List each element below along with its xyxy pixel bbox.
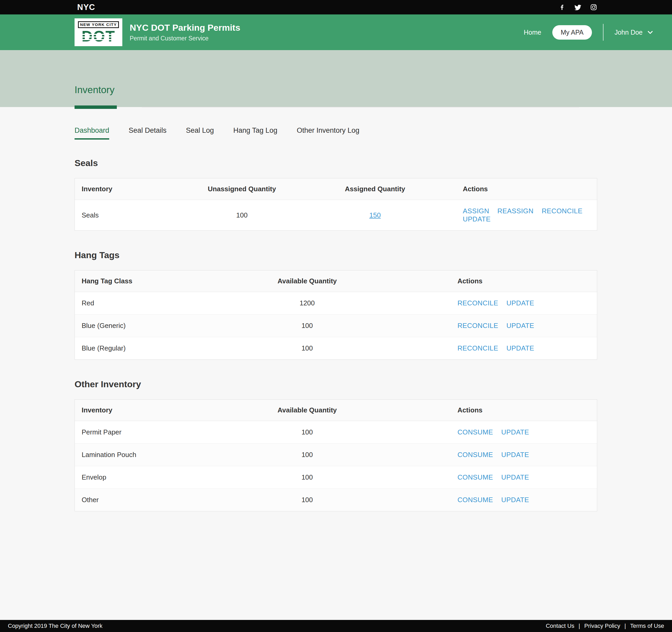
hang-tag-qty: 100 — [190, 337, 425, 360]
update-action[interactable]: UPDATE — [501, 451, 529, 459]
other-inventory-heading: Other Inventory — [75, 379, 597, 389]
nav-my-apa-button[interactable]: My APA — [552, 25, 592, 40]
table-row: Seals 100 150 ASSIGN REASSIGN RECONCILE … — [75, 200, 597, 231]
table-row: Lamination Pouch 100 CONSUME UPDATE — [75, 444, 597, 466]
tab-bar: Dashboard Seal Details Seal Log Hang Tag… — [75, 126, 597, 140]
seals-header-row: Inventory Unassigned Quantity Assigned Q… — [75, 178, 597, 200]
consume-action[interactable]: CONSUME — [458, 473, 493, 481]
hang-tags-header-row: Hang Tag Class Available Quantity Action… — [75, 271, 597, 292]
hang-tags-table: Hang Tag Class Available Quantity Action… — [75, 270, 597, 360]
hang-tag-name: Red — [75, 292, 190, 314]
col-inventory: Inventory — [75, 178, 190, 200]
col-actions: Actions — [425, 400, 597, 421]
seal-unassigned-qty: 100 — [190, 200, 294, 231]
hang-tag-qty: 100 — [190, 314, 425, 337]
update-action[interactable]: UPDATE — [506, 344, 534, 352]
col-available-quantity: Available Quantity — [190, 271, 425, 292]
inventory-qty: 100 — [190, 489, 425, 511]
page-title: Inventory — [75, 84, 115, 96]
inventory-qty: 100 — [190, 421, 425, 444]
app-header: NEW YORK CITY DOT NYC DOT Parking Permit… — [0, 15, 672, 50]
table-row: Envelop 100 CONSUME UPDATE — [75, 466, 597, 489]
header-title-block: NYC DOT Parking Permits Permit and Custo… — [130, 23, 240, 42]
page-banner: Inventory — [0, 50, 672, 107]
inventory-name: Permit Paper — [75, 421, 190, 444]
hang-tags-heading: Hang Tags — [75, 250, 597, 260]
facebook-icon[interactable] — [559, 4, 566, 11]
footer-links: Contact Us | Privacy Policy | Terms of U… — [546, 623, 664, 629]
consume-action[interactable]: CONSUME — [458, 451, 493, 459]
inventory-name: Lamination Pouch — [75, 444, 190, 466]
seal-name: Seals — [75, 200, 190, 231]
col-inventory: Inventory — [75, 400, 190, 421]
reassign-action[interactable]: REASSIGN — [498, 207, 534, 215]
hang-tag-qty: 1200 — [190, 292, 425, 314]
app-subtitle: Permit and Customer Service — [130, 35, 240, 42]
assign-action[interactable]: ASSIGN — [463, 207, 489, 215]
assigned-quantity-link[interactable]: 150 — [369, 211, 381, 219]
tab-dashboard[interactable]: Dashboard — [75, 126, 109, 140]
footer-separator: | — [624, 623, 626, 629]
consume-action[interactable]: CONSUME — [458, 428, 493, 436]
table-row: Other 100 CONSUME UPDATE — [75, 489, 597, 511]
update-action[interactable]: UPDATE — [501, 496, 529, 504]
social-icons — [559, 3, 597, 11]
tab-other-inventory-log[interactable]: Other Inventory Log — [297, 126, 359, 140]
main-content: Dashboard Seal Details Seal Log Hang Tag… — [0, 126, 672, 511]
top-utility-bar: NYC — [0, 0, 672, 15]
reconcile-action[interactable]: RECONCILE — [458, 299, 498, 307]
col-actions: Actions — [425, 271, 597, 292]
seals-heading: Seals — [75, 158, 597, 168]
nav-home[interactable]: Home — [524, 29, 541, 36]
hang-tag-name: Blue (Generic) — [75, 314, 190, 337]
dot-logo: NEW YORK CITY DOT — [75, 18, 122, 46]
inventory-qty: 100 — [190, 444, 425, 466]
instagram-icon[interactable] — [590, 4, 597, 11]
hang-tag-name: Blue (Regular) — [75, 337, 190, 360]
reconcile-action[interactable]: RECONCILE — [458, 322, 498, 329]
nyc-logo: NYC — [77, 3, 95, 12]
table-row: Blue (Generic) 100 RECONCILE UPDATE — [75, 314, 597, 337]
reconcile-action[interactable]: RECONCILE — [542, 207, 582, 215]
footer-separator: | — [579, 623, 580, 629]
terms-of-use-link[interactable]: Terms of Use — [630, 623, 664, 629]
user-name: John Doe — [615, 29, 643, 36]
table-row: Permit Paper 100 CONSUME UPDATE — [75, 421, 597, 444]
update-action[interactable]: UPDATE — [501, 473, 529, 481]
twitter-icon[interactable] — [574, 3, 582, 11]
dot-logo-dot-text: DOT — [82, 29, 115, 43]
seals-table: Inventory Unassigned Quantity Assigned Q… — [75, 178, 597, 231]
table-row: Red 1200 RECONCILE UPDATE — [75, 292, 597, 314]
app-title: NYC DOT Parking Permits — [130, 23, 240, 33]
other-inventory-table: Inventory Available Quantity Actions Per… — [75, 399, 597, 511]
update-action[interactable]: UPDATE — [463, 215, 490, 223]
inventory-qty: 100 — [190, 466, 425, 489]
col-available-quantity: Available Quantity — [190, 400, 425, 421]
col-actions: Actions — [456, 178, 597, 200]
col-assigned-quantity: Assigned Quantity — [294, 178, 456, 200]
copyright-text: Copyright 2019 The City of New York — [8, 623, 102, 629]
update-action[interactable]: UPDATE — [501, 428, 529, 436]
tab-seal-log[interactable]: Seal Log — [186, 126, 214, 140]
user-menu[interactable]: John Doe — [615, 29, 654, 36]
col-unassigned-quantity: Unassigned Quantity — [190, 178, 294, 200]
update-action[interactable]: UPDATE — [506, 322, 534, 329]
privacy-policy-link[interactable]: Privacy Policy — [584, 623, 620, 629]
nav-divider — [603, 24, 603, 41]
header-nav: Home My APA John Doe — [524, 24, 654, 41]
inventory-name: Other — [75, 489, 190, 511]
tab-seal-details[interactable]: Seal Details — [129, 126, 166, 140]
other-inventory-header-row: Inventory Available Quantity Actions — [75, 400, 597, 421]
reconcile-action[interactable]: RECONCILE — [458, 344, 498, 352]
contact-us-link[interactable]: Contact Us — [546, 623, 574, 629]
page-title-underline — [75, 105, 117, 109]
table-row: Blue (Regular) 100 RECONCILE UPDATE — [75, 337, 597, 360]
dot-logo-city-text: NEW YORK CITY — [78, 21, 119, 28]
chevron-down-icon — [647, 29, 654, 36]
consume-action[interactable]: CONSUME — [458, 496, 493, 504]
footer: Copyright 2019 The City of New York Cont… — [0, 620, 672, 632]
banner-divider-line — [142, 107, 579, 107]
update-action[interactable]: UPDATE — [506, 299, 534, 307]
inventory-name: Envelop — [75, 466, 190, 489]
tab-hang-tag-log[interactable]: Hang Tag Log — [233, 126, 278, 140]
